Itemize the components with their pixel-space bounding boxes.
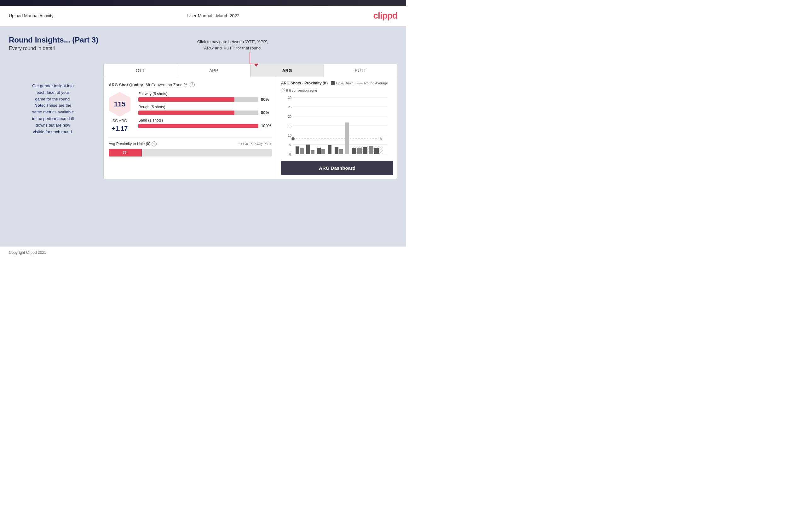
- svg-rect-31: [352, 148, 356, 154]
- proximity-bar-fill: 77': [109, 149, 142, 157]
- svg-rect-26: [335, 147, 339, 154]
- hex-value: 115: [114, 100, 126, 108]
- svg-text:5: 5: [289, 143, 291, 147]
- navigate-annotation: Click to navigate between 'OTT', 'APP','…: [189, 39, 277, 67]
- chart-title: ARG Shots - Proximity (ft): [281, 81, 328, 86]
- arrow-down: [254, 64, 258, 67]
- svg-rect-23: [317, 148, 321, 154]
- rough-bar-fill: [138, 111, 235, 115]
- shot-quality-label: ARG Shot Quality: [109, 82, 143, 87]
- legend-round-avg-label: Round Average: [364, 81, 388, 85]
- proximity-label-text: Avg Proximity to Hole (ft): [109, 142, 150, 146]
- hex-row: 115 SG ARG +1.17 Fairway (5 shots): [109, 92, 272, 132]
- fairway-bar-track: 80%: [138, 97, 272, 102]
- fairway-pct: 80%: [261, 97, 272, 102]
- legend-dash-icon: [357, 83, 363, 83]
- legend-updown-label: Up & Down: [336, 81, 354, 85]
- hex-container: 115 SG ARG +1.17: [109, 92, 131, 132]
- svg-text:0: 0: [289, 153, 291, 156]
- arrow-container: [189, 52, 277, 67]
- sand-bar-track: 100%: [138, 123, 272, 128]
- arg-chart-svg: 0 5 10 15 20 25 30: [281, 94, 393, 157]
- rough-label: Rough (5 shots): [138, 105, 272, 109]
- navigate-text: Click to navigate between 'OTT', 'APP','…: [189, 39, 277, 51]
- chart-panel: ARG Shots - Proximity (ft) Up & Down Rou…: [277, 77, 397, 179]
- legend-square-updown: [331, 81, 335, 85]
- svg-rect-33: [363, 147, 367, 154]
- svg-rect-35: [374, 148, 379, 154]
- content-layout: Get greater insight into each facet of y…: [9, 58, 397, 179]
- pga-avg: ↑ PGA Tour Avg: 7'10": [238, 142, 272, 146]
- legend-hatch-icon: [281, 89, 285, 92]
- insight-line2: each facet of your: [37, 90, 69, 95]
- svg-rect-19: [296, 147, 299, 154]
- header: Upload Manual Activity User Manual - Mar…: [0, 6, 406, 26]
- svg-point-17: [292, 137, 295, 140]
- clippd-logo: clippd: [373, 11, 397, 21]
- sand-bar-fill: [138, 124, 258, 128]
- sand-pct: 100%: [261, 123, 272, 128]
- svg-text:15: 15: [288, 124, 292, 128]
- svg-rect-34: [369, 146, 373, 154]
- legend-6ft-zone: 6 ft conversion zone: [281, 89, 317, 92]
- main-content: Round Insights... (Part 3) Every round i…: [0, 26, 406, 246]
- proximity-section: Avg Proximity to Hole (ft) ? ↑ PGA Tour …: [109, 137, 272, 157]
- legend-up-down: Up & Down: [331, 81, 354, 85]
- bar-row-fairway: Fairway (5 shots) 80%: [138, 92, 272, 102]
- chart-header: ARG Shots - Proximity (ft) Up & Down Rou…: [281, 81, 393, 92]
- arg-dashboard-button[interactable]: ARG Dashboard: [281, 161, 393, 175]
- right-section: Click to navigate between 'OTT', 'APP','…: [103, 58, 397, 179]
- sand-bar-bg: [138, 124, 258, 128]
- round-insights-card: OTT APP ARG PUTT ARG Shot Quality 6ft Co…: [103, 64, 397, 179]
- arrow-shape: [250, 52, 258, 64]
- tab-ott[interactable]: OTT: [104, 64, 177, 77]
- insight-line5: same metrics available: [32, 110, 74, 114]
- section-header: ARG Shot Quality 6ft Conversion Zone % ?: [109, 82, 272, 87]
- svg-text:20: 20: [288, 115, 292, 118]
- top-bar: [0, 0, 406, 6]
- hexagon: 115: [109, 92, 131, 117]
- svg-rect-20: [300, 148, 304, 154]
- fairway-bar-fill: [138, 97, 235, 102]
- bars-section: Fairway (5 shots) 80% Rou: [138, 92, 272, 132]
- sand-label: Sand (1 shots): [138, 118, 272, 122]
- help-icon[interactable]: ?: [190, 82, 195, 87]
- conversion-zone-label: 6ft Conversion Zone %: [146, 82, 187, 87]
- fairway-bar-bg: [138, 97, 258, 102]
- note-label: Note:: [35, 103, 45, 108]
- svg-rect-25: [328, 145, 332, 154]
- proximity-help-icon[interactable]: ?: [152, 142, 157, 147]
- insight-line3: game for the round.: [35, 97, 70, 101]
- legend-round-avg: Round Average: [357, 81, 388, 85]
- bar-row-sand: Sand (1 shots) 100%: [138, 118, 272, 128]
- fairway-label: Fairway (5 shots): [138, 92, 272, 96]
- arrow-vertical: [250, 52, 250, 64]
- svg-text:8: 8: [380, 137, 382, 141]
- card-body: ARG Shot Quality 6ft Conversion Zone % ?: [104, 77, 397, 179]
- svg-text:25: 25: [288, 106, 292, 109]
- footer: Copyright Clippd 2021: [0, 246, 406, 259]
- copyright-text: Copyright Clippd 2021: [9, 250, 46, 255]
- bar-row-rough: Rough (5 shots) 80%: [138, 105, 272, 115]
- svg-rect-22: [311, 150, 314, 154]
- svg-text:30: 30: [288, 96, 292, 100]
- insight-line8: visible for each round.: [33, 129, 73, 134]
- insight-line1: Get greater insight into: [32, 83, 74, 88]
- insight-line6: in the performance drill: [32, 116, 74, 121]
- tab-putt[interactable]: PUTT: [324, 64, 397, 77]
- left-panel: Get greater insight into each facet of y…: [9, 58, 97, 179]
- card-left-panel: ARG Shot Quality 6ft Conversion Zone % ?: [104, 77, 277, 179]
- proximity-bar: 77': [109, 149, 272, 157]
- svg-rect-27: [339, 149, 343, 154]
- svg-rect-28: [345, 122, 349, 154]
- svg-rect-21: [306, 145, 310, 154]
- insight-line4: These are the: [45, 103, 71, 108]
- proximity-header: Avg Proximity to Hole (ft) ? ↑ PGA Tour …: [109, 142, 272, 147]
- proximity-cursor: [142, 149, 142, 157]
- upload-label[interactable]: Upload Manual Activity: [9, 13, 54, 18]
- proximity-label: Avg Proximity to Hole (ft) ?: [109, 142, 157, 147]
- svg-rect-24: [321, 149, 325, 154]
- insight-line7: downs but are now: [36, 123, 70, 127]
- rough-bar-bg: [138, 111, 258, 115]
- sg-label: SG ARG: [112, 119, 127, 123]
